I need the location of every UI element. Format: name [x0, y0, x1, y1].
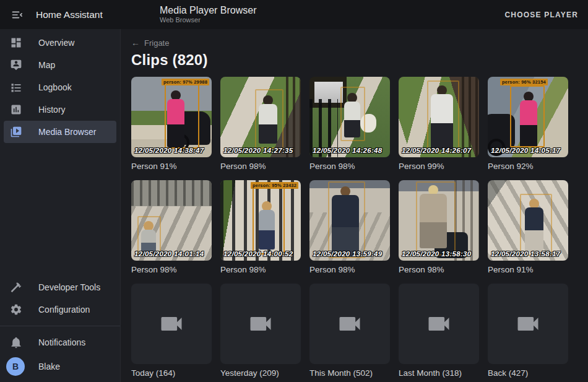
detection-label: person: 97% 29988: [162, 79, 209, 85]
detection-bounding-box: [165, 83, 199, 149]
folder-cell-yesterday-209-[interactable]: Yesterday (209): [220, 284, 301, 378]
folder-tile: [220, 284, 301, 364]
folder-cell-back-427-[interactable]: Back (427): [488, 284, 568, 378]
sidebar-item-developer-tools[interactable]: Developer Tools: [4, 276, 116, 298]
sidebar-item-label: Configuration: [38, 305, 90, 315]
breadcrumb-back[interactable]: ← Frigate: [131, 38, 169, 48]
sidebar-item-logbook[interactable]: Logbook: [4, 76, 116, 98]
clip-timestamp: 12/05/2020 14:01:14: [134, 250, 204, 258]
app-name: Home Assistant: [36, 9, 103, 20]
sidebar-item-label: Developer Tools: [38, 282, 100, 292]
clip-caption: Person 91%: [488, 265, 568, 275]
sidebar-item-label: Overview: [38, 38, 74, 48]
folder-cell-last-month-318-[interactable]: Last Month (318): [399, 284, 479, 378]
clip-timestamp: 12/05/2020 13:59:49: [313, 250, 383, 258]
clip-caption: Person 98%: [220, 162, 301, 171]
sidebar-item-media-browser[interactable]: Media Browser: [4, 121, 116, 143]
clip-cell[interactable]: 12/05/2020 13:58:17 Person 91%: [488, 180, 568, 275]
clip-cell[interactable]: 12/05/2020 14:01:14 Person 98%: [131, 180, 212, 275]
sidebar-item-map[interactable]: Map: [4, 54, 116, 76]
video-camera-icon: [425, 310, 452, 337]
choose-player-button[interactable]: CHOOSE PLAYER: [504, 11, 578, 19]
clip-timestamp: 12/05/2020 14:26:48: [313, 147, 383, 154]
clip-thumbnail: person: 96% 32154 12/05/2020 14:05:17: [488, 77, 568, 157]
detection-bounding-box: [253, 185, 285, 254]
page-title: Clips (820): [131, 51, 588, 69]
back-arrow-icon: ←: [131, 38, 140, 48]
clip-cell[interactable]: 12/05/2020 14:27:35 Person 98%: [220, 77, 301, 171]
clip-cell[interactable]: 12/05/2020 14:26:07 Person 99%: [399, 77, 479, 171]
clip-caption: Person 98%: [309, 162, 390, 171]
sidebar-toggle-icon[interactable]: [10, 7, 25, 22]
detection-bounding-box: [255, 89, 283, 149]
folder-cell-this-month-502-[interactable]: This Month (502): [309, 284, 390, 378]
clip-caption: Person 98%: [220, 265, 301, 275]
clip-caption: Person 91%: [131, 162, 212, 171]
hammer-icon: [9, 280, 24, 295]
detection-bounding-box: [510, 85, 545, 147]
avatar: B: [6, 357, 25, 376]
clip-caption: Person 92%: [488, 162, 568, 171]
clip-caption: Person 98%: [131, 265, 212, 275]
folder-label: This Month (502): [309, 368, 390, 378]
folder-label: Today (164): [131, 368, 212, 378]
clip-thumbnail: person: 97% 29988 12/05/2020 14:38:47: [131, 77, 212, 157]
folder-cell-today-164-[interactable]: Today (164): [131, 284, 212, 378]
notifications-label: Notifications: [38, 337, 85, 347]
folder-tile: [309, 284, 390, 364]
user-name: Blake: [38, 362, 60, 371]
sidebar-item-label: Logbook: [38, 82, 72, 92]
app-header: Home Assistant Media Player Browser Web …: [0, 0, 588, 29]
clip-caption: Person 98%: [309, 265, 390, 275]
folder-label: Last Month (318): [399, 368, 479, 378]
video-camera-icon: [336, 310, 363, 337]
clip-timestamp: 12/05/2020 14:00:52: [223, 250, 293, 258]
bell-icon: [9, 335, 24, 350]
clip-cell[interactable]: person: 97% 29988 12/05/2020 14:38:47 Pe…: [131, 77, 212, 171]
detection-label: person: 96% 32154: [500, 79, 548, 85]
sidebar: Overview Map Logbook History Media Brows…: [0, 29, 121, 382]
sidebar-item-configuration[interactable]: Configuration: [4, 298, 116, 321]
video-camera-icon: [514, 310, 542, 337]
sidebar-item-overview[interactable]: Overview: [4, 32, 116, 54]
clip-caption: Person 99%: [399, 162, 479, 171]
clip-cell[interactable]: 12/05/2020 14:26:48 Person 98%: [309, 77, 390, 171]
detection-bounding-box: [340, 87, 365, 141]
sidebar-divider: [0, 326, 120, 326]
folder-tile: [131, 284, 212, 364]
sidebar-item-history[interactable]: History: [4, 98, 116, 121]
clip-cell[interactable]: person: 95% 23432 12/05/2020 14:00:52 Pe…: [220, 180, 301, 275]
clip-cell[interactable]: 12/05/2020 13:58:30 Person 98%: [399, 180, 479, 275]
folder-tile: [488, 284, 568, 364]
clip-thumbnail: 12/05/2020 14:01:14: [131, 180, 212, 261]
detection-bounding-box: [427, 80, 459, 154]
breadcrumb-label: Frigate: [144, 38, 169, 48]
clips-grid: person: 97% 29988 12/05/2020 14:38:47 Pe…: [131, 77, 588, 378]
clip-timestamp: 12/05/2020 13:58:17: [491, 250, 561, 258]
clip-timestamp: 12/05/2020 14:38:47: [134, 147, 204, 154]
clip-thumbnail: 12/05/2020 13:58:30: [399, 180, 479, 261]
sidebar-spacer: [0, 143, 120, 276]
sidebar-item-notifications[interactable]: Notifications: [4, 331, 116, 354]
video-camera-icon: [158, 310, 185, 337]
media-player-title: Media Player Browser: [160, 5, 257, 16]
detection-bounding-box: [328, 181, 365, 258]
chart-box-icon: [9, 102, 24, 117]
clip-cell[interactable]: person: 96% 32154 12/05/2020 14:05:17 Pe…: [488, 77, 568, 171]
media-browser-content: ← Frigate Clips (820) person: 97% 29988 …: [121, 29, 588, 382]
clip-thumbnail: 12/05/2020 14:26:48: [309, 77, 390, 157]
gear-icon: [9, 302, 24, 317]
sidebar-item-label: Media Browser: [38, 127, 96, 137]
view-dashboard-icon: [9, 35, 24, 50]
detection-label: person: 95% 23432: [251, 182, 298, 189]
clip-thumbnail: 12/05/2020 14:26:07: [399, 77, 479, 157]
clip-timestamp: 12/05/2020 13:58:30: [402, 250, 472, 258]
clip-timestamp: 12/05/2020 14:05:17: [491, 147, 561, 154]
sidebar-item-label: Map: [38, 60, 55, 70]
clip-cell[interactable]: 12/05/2020 13:59:49 Person 98%: [309, 180, 390, 275]
folder-tile: [399, 284, 479, 364]
sidebar-item-profile[interactable]: B Blake: [4, 354, 116, 380]
folder-label: Back (427): [488, 368, 568, 378]
sidebar-item-label: History: [38, 105, 66, 115]
play-box-multiple-icon: [9, 124, 24, 139]
